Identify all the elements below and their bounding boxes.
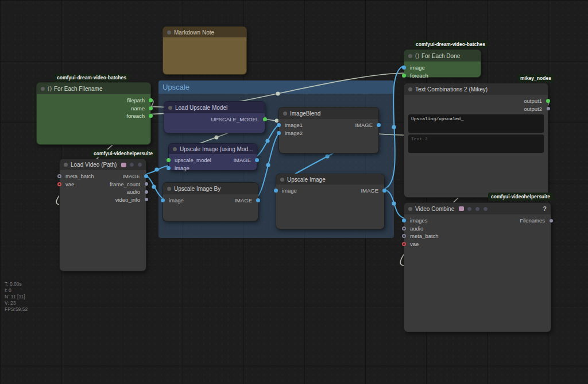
collapse-dot-icon[interactable]: [41, 87, 45, 91]
node-header[interactable]: Video Combine ?: [404, 203, 551, 214]
help-icon[interactable]: ?: [145, 162, 146, 168]
image-input-socket[interactable]: [402, 66, 406, 70]
node-load-video-path[interactable]: Load Video (Path) ? meta_batchIMAGEvaefr…: [59, 159, 146, 271]
filepath-output-socket[interactable]: [149, 98, 153, 102]
collapse-dot-icon[interactable]: [283, 112, 287, 116]
vae-input-socket[interactable]: [402, 242, 406, 246]
node-video-combine[interactable]: Video Combine ? imagesFilenamesaudiometa…: [404, 202, 551, 332]
meta_batch-input-socket[interactable]: [402, 234, 406, 238]
group-title-bar[interactable]: Upscale: [158, 80, 394, 94]
knob-icon[interactable]: [467, 206, 472, 212]
io-row: output1: [404, 97, 548, 105]
audio-output-socket[interactable]: [145, 190, 148, 194]
node-header[interactable]: () For Each Done: [404, 50, 481, 62]
input-label: image2: [285, 130, 303, 136]
node-header[interactable]: Load Video (Path) ?: [60, 159, 146, 170]
node-upscale-image-by[interactable]: Upscale Image By imageIMAGE: [163, 182, 258, 221]
IMAGE-output-socket[interactable]: [255, 158, 259, 162]
audio-input-socket[interactable]: [402, 226, 406, 231]
IMAGE-output-socket[interactable]: [382, 189, 386, 193]
node-header[interactable]: Markdown Note: [163, 27, 246, 37]
collapse-dot-icon[interactable]: [167, 30, 171, 34]
collapse-dot-icon[interactable]: [408, 87, 412, 91]
node-header[interactable]: Upscale Image (using Mod...: [169, 144, 257, 154]
node-graph-canvas[interactable]: Upscale comfyui-dream-video-batches comf…: [0, 0, 588, 384]
input-label: image: [169, 197, 184, 203]
output2-output-socket[interactable]: [547, 107, 550, 110]
help-icon[interactable]: ?: [543, 205, 547, 212]
image-input-socket[interactable]: [167, 166, 171, 170]
node-upscale-image-using-model[interactable]: Upscale Image (using Mod... upscale_mode…: [168, 143, 257, 171]
node-load-upscale-model[interactable]: Load Upscale Model UPSCALE_MODEL: [164, 101, 265, 133]
io-row: UPSCALE_MODEL: [164, 116, 265, 124]
io-row: image: [404, 64, 481, 72]
vae-input-socket[interactable]: [57, 182, 61, 186]
badge-mikey-nodes: mikey_nodes: [517, 74, 554, 82]
images-input-socket[interactable]: [402, 218, 406, 222]
IMAGE-output-socket[interactable]: [377, 123, 381, 127]
image2-input-socket[interactable]: [277, 131, 281, 135]
IMAGE-output-socket[interactable]: [144, 174, 148, 178]
foreach-output-socket[interactable]: [149, 114, 153, 118]
foreach-input-socket[interactable]: [402, 74, 406, 78]
knob-icon[interactable]: [475, 206, 480, 212]
input-label: vae: [65, 181, 74, 187]
knob-icon[interactable]: [129, 162, 134, 167]
image-input-socket[interactable]: [161, 198, 165, 202]
input-label: vae: [410, 241, 419, 247]
collapse-dot-icon[interactable]: [173, 147, 177, 151]
node-header[interactable]: () For Each Filename: [37, 83, 150, 94]
stat-line: N: 11 [11]: [5, 294, 28, 300]
frame_count-output-socket[interactable]: [145, 182, 148, 186]
collapse-dot-icon[interactable]: [168, 106, 172, 110]
io-row: foreach: [37, 112, 150, 120]
upscale_model-input-socket[interactable]: [167, 158, 171, 162]
collapse-dot-icon[interactable]: [408, 54, 412, 58]
video_info-output-socket[interactable]: [145, 198, 148, 201]
IMAGE-output-socket[interactable]: [256, 198, 260, 202]
node-text-combinations[interactable]: Text Combinations 2 (Mikey) output1outpu…: [404, 83, 548, 198]
collapse-dot-icon[interactable]: [280, 178, 284, 182]
text1-textarea[interactable]: Upscaling/upscaled_: [408, 114, 544, 133]
input-label: upscale_model: [175, 157, 211, 163]
node-title: Video Combine: [415, 206, 454, 212]
node-title: Load Upscale Model: [175, 105, 227, 111]
collapse-dot-icon[interactable]: [167, 187, 171, 191]
name-output-socket[interactable]: [149, 106, 153, 110]
node-header[interactable]: Text Combinations 2 (Mikey): [404, 83, 548, 95]
stat-line: FPS:59.52: [5, 306, 28, 313]
node-for-each-done[interactable]: () For Each Done imageforeach: [404, 49, 481, 78]
node-header[interactable]: Upscale Image By: [163, 183, 258, 194]
text2-textarea[interactable]: Text 2: [408, 135, 544, 153]
Filenames-output-socket[interactable]: [550, 219, 553, 222]
textarea-text: Text 2: [411, 136, 428, 141]
node-title: Upscale Image (using Mod...: [180, 146, 253, 152]
node-upscale-image[interactable]: Upscale Image imageIMAGE: [276, 174, 385, 229]
output-label: IMAGE: [234, 197, 252, 203]
badge-dream-video-batches: comfyui-dream-video-batches: [54, 74, 129, 82]
node-markdown-note[interactable]: Markdown Note: [163, 26, 247, 75]
node-header[interactable]: ImageBlend: [279, 107, 378, 119]
output-label: UPSCALE_MODEL: [211, 116, 259, 122]
knob-icon[interactable]: [137, 162, 142, 167]
knob-icon[interactable]: [483, 206, 488, 212]
node-header[interactable]: Upscale Image: [276, 174, 384, 185]
collapse-dot-icon[interactable]: [64, 163, 68, 167]
image-input-socket[interactable]: [274, 189, 278, 193]
output1-output-socket[interactable]: [546, 99, 550, 103]
node-title: Upscale Image: [287, 176, 326, 183]
perf-stats: T: 0.00sI: 0N: 11 [11]V: 23FPS:59.52: [5, 281, 28, 313]
io-row: meta_batchIMAGE: [60, 172, 146, 181]
node-header[interactable]: Load Upscale Model: [164, 102, 265, 113]
badge-videohelpersuite: comfyui-videohelpersuite: [488, 193, 553, 201]
node-imageblend[interactable]: ImageBlend image1IMAGEimage2: [278, 107, 379, 153]
meta_batch-input-socket[interactable]: [57, 174, 61, 178]
node-title: Load Video (Path): [71, 162, 117, 168]
video-icon: [459, 206, 464, 211]
node-for-each-filename[interactable]: () For Each Filename filepathnameforeach: [36, 82, 151, 145]
image1-input-socket[interactable]: [277, 123, 281, 127]
io-row: audio: [404, 225, 551, 233]
UPSCALE_MODEL-output-socket[interactable]: [263, 117, 267, 121]
io-row: video_info: [60, 196, 146, 204]
collapse-dot-icon[interactable]: [408, 207, 412, 211]
